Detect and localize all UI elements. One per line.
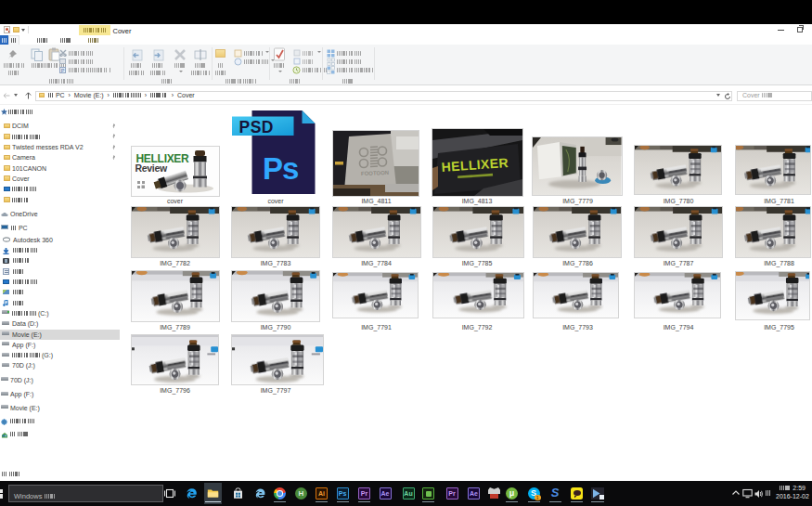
svg-text:PSD: PSD (238, 118, 273, 136)
svg-text:FOOTOON: FOOTOON (360, 170, 388, 176)
svg-text:Ps: Ps (263, 151, 298, 186)
svg-text:Review: Review (135, 162, 168, 174)
